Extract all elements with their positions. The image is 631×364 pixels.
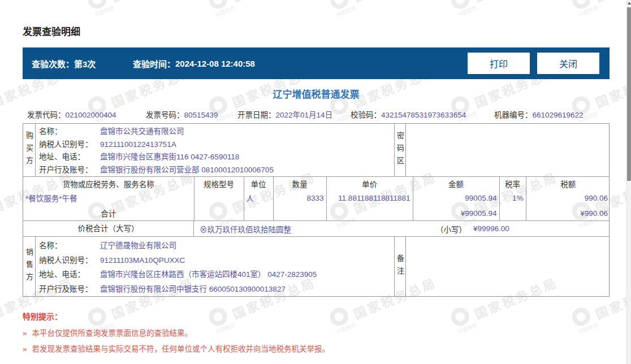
scrollbar-up-arrow-icon[interactable] <box>628 2 631 5</box>
col-spec: 规格型号 <box>194 177 244 190</box>
invoice-verification-page: 中国税务国家税务总局中国税务国家税务总局中国税务国家税务总局中国税务国家税务总局… <box>0 0 631 364</box>
scrollbar[interactable] <box>626 0 631 364</box>
invoice-code: 发票代码：021002000404 <box>27 109 116 120</box>
item-spec <box>194 190 244 205</box>
col-qty: 数量 <box>273 177 326 190</box>
invoice-body: 购买方 名称：盘锦市公共交通有限公司 纳税人识别号：91211100122413… <box>23 123 610 297</box>
password-area <box>406 124 609 176</box>
seller-fields: 名称：辽宁德晟物业有限公司 纳税人识别号：91211103MA10QPUXXC … <box>36 237 394 296</box>
notice-item: »若发现发票查验结果与实际交易不符，任何单位或个人有权拒收并向当地税务机关举报。 <box>23 343 330 354</box>
seller-address-row: 地址、电话：盘锦市兴隆台区庄林路西（市客运站四楼401室） 0427-28239… <box>39 267 394 282</box>
col-tax-rate: 税率 <box>499 177 526 190</box>
close-button[interactable]: 关闭 <box>537 53 599 74</box>
remark-label: 备注 <box>394 237 406 296</box>
seller-taxid-row: 纳税人识别号：91211103MA10QPUXXC <box>39 253 394 268</box>
items-table: 货物或应税劳务、服务名称 规格型号 单位 数量 单价 金额 税率 税额 *餐饮服… <box>23 177 609 221</box>
check-count: 查验次数：第3次 <box>32 47 96 79</box>
col-price: 单价 <box>326 177 413 190</box>
buyer-bank-row: 开户行及账号：盘锦银行股份有限公司营业部 08100012010006705 <box>39 164 394 177</box>
col-unit: 单位 <box>244 177 273 190</box>
seller-bank-row: 开户行及账号：盘锦银行股份有限公司中银支行 660050130900013827 <box>39 282 394 297</box>
buyer-side-label: 购买方 <box>23 124 36 176</box>
bullet-icon: » <box>23 345 27 353</box>
seller-name-row: 名称：辽宁德晟物业有限公司 <box>39 239 394 253</box>
item-amount: 99005.94 <box>413 190 499 205</box>
total-label: 合计 <box>23 205 194 221</box>
print-button[interactable]: 打印 <box>468 53 530 74</box>
invoice-meta-row: 发票代码：021002000404 发票号码：80515439 开票日期：202… <box>23 107 610 121</box>
sum-label: 价税合计（大写） <box>23 221 194 237</box>
invoice-number: 发票号码：80515439 <box>146 109 218 120</box>
notice-item: »本平台仅提供所查询发票票面信息的查验结果。 <box>23 327 192 338</box>
notice-title: 特别提示： <box>23 310 62 322</box>
check-code: 校验码：43215478531973633654 <box>351 109 466 120</box>
check-time: 查验时间：2024-12-08 12:40:58 <box>133 47 255 79</box>
total-tax: ¥990.06 <box>526 205 610 221</box>
buyer-name-row: 名称：盘锦市公共交通有限公司 <box>39 125 394 138</box>
item-name: *餐饮服务*午餐 <box>23 190 194 205</box>
item-unit: 人 <box>244 190 273 205</box>
seller-side-label: 销售方 <box>23 237 36 296</box>
scrollbar-thumb[interactable] <box>627 7 631 181</box>
buyer-section: 购买方 名称：盘锦市公共交通有限公司 纳税人识别号：91211100122413… <box>23 124 609 177</box>
sum-row: 价税合计（大写） ⊗玖万玖仟玖佰玖拾陆圆整 （小写） ¥99996.00 <box>23 221 609 237</box>
items-header-row: 货物或应税劳务、服务名称 规格型号 单位 数量 单价 金额 税率 税额 <box>23 177 610 190</box>
invoice-title: 辽宁增值税普通发票 <box>23 86 610 101</box>
check-time-label: 查验时间： <box>133 58 175 70</box>
item-qty: 8333 <box>273 190 326 205</box>
item-tax: 990.06 <box>526 190 610 205</box>
sum-small-label: （小写） <box>436 223 466 235</box>
remark-area <box>406 237 609 296</box>
items-total-row: 合计 ¥99005.94 ¥990.06 <box>23 205 610 221</box>
page-title: 发票查验明细 <box>23 24 80 38</box>
password-area-label: 密码区 <box>394 124 406 176</box>
check-count-value: 第3次 <box>74 58 96 70</box>
seller-section: 销售方 名称：辽宁德晟物业有限公司 纳税人识别号：91211103MA10QPU… <box>23 237 609 296</box>
check-time-value: 2024-12-08 12:40:58 <box>175 59 255 68</box>
buyer-fields: 名称：盘锦市公共交通有限公司 纳税人识别号：91211100122413751A… <box>36 124 394 176</box>
amount-in-words: ⊗玖万玖仟玖佰玖拾陆圆整 <box>194 223 291 235</box>
check-count-label: 查验次数： <box>32 58 74 70</box>
machine-number: 机器编号：661029619622 <box>494 109 584 120</box>
toolbar: 查验次数：第3次 查验时间：2024-12-08 12:40:58 打印 关闭 <box>23 47 610 79</box>
col-amount: 金额 <box>413 177 499 190</box>
sum-small-value: ¥99996.00 <box>473 224 509 233</box>
item-price: 11.881188118811881 <box>326 190 413 205</box>
buyer-address-row: 地址、电话：盘锦市兴隆台区惠宾街116 0427-6590118 <box>39 151 394 164</box>
col-tax: 税额 <box>526 177 610 190</box>
buyer-taxid-row: 纳税人识别号：91211100122413751A <box>39 138 394 151</box>
total-amount: ¥99005.94 <box>413 205 499 221</box>
bullet-icon: » <box>23 329 27 337</box>
item-row: *餐饮服务*午餐 人 8333 11.881188118811881 99005… <box>23 190 610 205</box>
invoice-date: 开票日期：2022年01月14日 <box>237 109 332 120</box>
col-item-name: 货物或应税劳务、服务名称 <box>23 177 194 190</box>
item-tax-rate: 1% <box>499 190 526 205</box>
